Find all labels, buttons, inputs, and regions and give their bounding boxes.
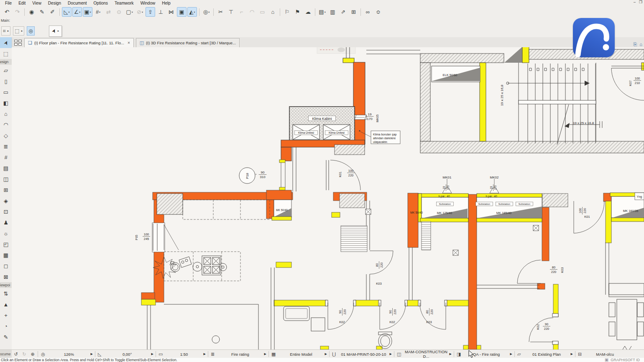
lock-icon[interactable]: ⊘▾ bbox=[135, 7, 145, 17]
statusbar-orientation[interactable]: ◺0,00°▶ bbox=[96, 350, 155, 358]
grid-snap-icon[interactable]: #▾ bbox=[93, 7, 103, 17]
inject-parameters-icon[interactable]: ✐ bbox=[48, 7, 57, 17]
adjust-icon[interactable]: ⊤ bbox=[226, 7, 236, 17]
section-tool[interactable]: ⇅ bbox=[0, 288, 12, 299]
zoom-options-icon[interactable]: ◎ bbox=[39, 352, 47, 357]
minimize-button[interactable]: – bbox=[634, 0, 636, 5]
morph-tool[interactable]: ◇ bbox=[0, 130, 12, 141]
menu-design[interactable]: Design bbox=[45, 1, 64, 5]
slab-tool[interactable]: ◧ bbox=[0, 97, 12, 108]
tab-floor-plan[interactable]: ❏(I) Floor plan - Fire Resistance Rating… bbox=[24, 38, 134, 47]
stairs-up-icon[interactable]: ⇗ bbox=[338, 7, 348, 17]
worksheet-tool[interactable]: ◔ bbox=[0, 321, 12, 331]
flyout-arrow-icon[interactable]: ▶ bbox=[204, 352, 207, 356]
statusbar-structure-display[interactable]: ▦Entire Model▶ bbox=[270, 350, 328, 358]
marquee-tool[interactable]: ⬚ bbox=[0, 48, 12, 59]
beam-tool[interactable]: ▭ bbox=[0, 87, 12, 97]
flyout-arrow-icon[interactable]: ▶ bbox=[325, 352, 328, 356]
object-tool[interactable]: ♟ bbox=[0, 217, 12, 228]
link-options-icon[interactable]: ≎ bbox=[373, 7, 383, 17]
arrow-tool[interactable]: ➤ bbox=[0, 37, 12, 48]
popup-navigator-icon[interactable] bbox=[13, 39, 23, 46]
circle-arc-icon[interactable]: ◎▾ bbox=[202, 7, 211, 17]
door-tool[interactable]: ◫ bbox=[0, 173, 12, 184]
resize-icon[interactable]: ▭ bbox=[258, 7, 267, 17]
menu-file[interactable]: File bbox=[2, 1, 15, 5]
lamp-tool[interactable]: ☼ bbox=[0, 228, 12, 239]
menu-document[interactable]: Document bbox=[64, 1, 90, 5]
arrow-tool-panel[interactable]: ➤▸ bbox=[49, 25, 62, 37]
marquee-options-button[interactable]: ⬚▸ bbox=[13, 26, 24, 36]
group-elements-icon[interactable]: ▣ bbox=[177, 7, 187, 17]
fillet-icon[interactable]: ◠ bbox=[247, 7, 257, 17]
cloud-sync-icon[interactable]: ☁ bbox=[303, 7, 313, 17]
opening-tool[interactable]: ◻ bbox=[0, 260, 12, 271]
menu-options[interactable]: Options bbox=[90, 1, 111, 5]
skylight-tool[interactable]: ◈ bbox=[0, 195, 12, 206]
tab-3d-view[interactable]: ◫(I) 3D Fire Resistance Rating - start [… bbox=[136, 38, 240, 47]
3d-cutaway-icon[interactable]: ◭▾ bbox=[187, 7, 197, 17]
undo-icon[interactable]: ↶ bbox=[2, 7, 12, 17]
zone-tool[interactable]: ◰ bbox=[0, 239, 12, 250]
pan-back-icon[interactable]: ↺ bbox=[12, 352, 20, 357]
flyout-arrow-icon[interactable]: ▶ bbox=[450, 352, 453, 356]
dimension-icon[interactable]: ⊥ bbox=[156, 7, 166, 17]
home-story-icon[interactable]: ⌂ bbox=[268, 7, 278, 17]
redo-icon[interactable]: ↷ bbox=[13, 7, 22, 17]
railing-tool[interactable]: # bbox=[0, 152, 12, 163]
stair-tool[interactable]: ≣ bbox=[0, 141, 12, 152]
detail-tool[interactable]: ✎ bbox=[0, 331, 12, 342]
home-view-icon[interactable]: ⌂ bbox=[639, 42, 642, 47]
zoom-in-icon[interactable]: ⊕ bbox=[28, 352, 37, 357]
element-transfer-icon[interactable]: ⇧ bbox=[146, 7, 155, 17]
pin-icon[interactable]: ⊙ bbox=[114, 7, 124, 17]
tab-close-icon[interactable]: × bbox=[128, 41, 130, 45]
menu-edit[interactable]: Edit bbox=[15, 1, 29, 5]
flyout-arrow-icon[interactable]: ▶ bbox=[510, 352, 514, 356]
shell-tool[interactable]: ◠ bbox=[0, 119, 12, 130]
statusbar-pen-set[interactable]: ⋃01 MAM-PRINT-50-20-10▶ bbox=[330, 350, 393, 358]
floor-plan-canvas[interactable]: Klima KabiniKlima ÜnitesiKlima Ünitesi19… bbox=[12, 47, 644, 349]
stretch-icon[interactable]: ⋈ bbox=[166, 7, 176, 17]
flag-empty-icon[interactable]: ⚐ bbox=[282, 7, 292, 17]
intersect-icon[interactable]: ⌐ bbox=[237, 7, 246, 17]
link-icon[interactable]: ∞ bbox=[363, 7, 373, 17]
roof-tool[interactable]: ⌂ bbox=[0, 108, 12, 119]
column-tool[interactable]: ▯ bbox=[0, 76, 12, 87]
favorites-icon[interactable]: ▣▾ bbox=[83, 7, 92, 17]
statusbar-dimension-standard[interactable]: ⊟MAM-olcu bbox=[576, 350, 626, 358]
menu-teamwork[interactable]: Teamwork bbox=[111, 1, 137, 5]
menu-help[interactable]: Help bbox=[158, 1, 174, 5]
statusbar-graphic-override[interactable]: ◨QA - Fire rating▶ bbox=[455, 350, 514, 358]
menu-view[interactable]: View bbox=[29, 1, 45, 5]
statusbar-layer-combination[interactable]: ≣Fire rating▶ bbox=[209, 350, 268, 358]
menu-window[interactable]: Window bbox=[137, 1, 159, 5]
guide-lines-icon[interactable]: ◺▾ bbox=[62, 7, 72, 17]
flyout-arrow-icon[interactable]: ▶ bbox=[390, 352, 393, 356]
flyout-arrow-icon[interactable]: ▶ bbox=[264, 352, 268, 356]
window-pane-icon[interactable]: ⊞ bbox=[349, 7, 358, 17]
restore-button[interactable]: ❐ bbox=[639, 0, 642, 5]
curtain-wall-tool[interactable]: ▤ bbox=[0, 163, 12, 173]
window-tool[interactable]: ⊞ bbox=[0, 184, 12, 195]
equipment-tool[interactable]: ⊠ bbox=[0, 271, 12, 282]
flyout-arrow-icon[interactable]: ▶ bbox=[91, 352, 94, 356]
rotated-view-button[interactable]: ◎ bbox=[27, 26, 34, 36]
layers-icon[interactable]: ▢▾ bbox=[125, 7, 134, 17]
statusbar-scale[interactable]: ▭1:50▶ bbox=[157, 350, 207, 358]
pan-forward-icon[interactable]: ↻ bbox=[20, 352, 28, 357]
cabinet-icon[interactable]: ▥ bbox=[328, 7, 337, 17]
eyedropper-icon[interactable]: ✎ bbox=[37, 7, 47, 17]
flag-filled-icon[interactable]: ⚑ bbox=[293, 7, 302, 17]
mesh-tool[interactable]: ▦ bbox=[0, 250, 12, 260]
interior-elevation-tool[interactable]: + bbox=[0, 310, 12, 321]
flyout-arrow-icon[interactable]: ▶ bbox=[151, 352, 155, 356]
split-icon[interactable]: ✂ bbox=[216, 7, 225, 17]
elevation-tool[interactable]: ▲ bbox=[0, 299, 12, 310]
grid-options-button[interactable]: ⌗▸ bbox=[1, 26, 10, 36]
statusbar-model-view-options[interactable]: ◫MAM-CONSTRUCTION D...▶ bbox=[395, 350, 453, 358]
wall-tool[interactable]: ▱ bbox=[0, 65, 12, 76]
ghost-story-icon[interactable]: ⇄ bbox=[104, 7, 113, 17]
snap-guides-icon[interactable]: ∠▾ bbox=[72, 7, 82, 17]
quick-layout-icon[interactable]: ⎘ bbox=[634, 42, 637, 47]
